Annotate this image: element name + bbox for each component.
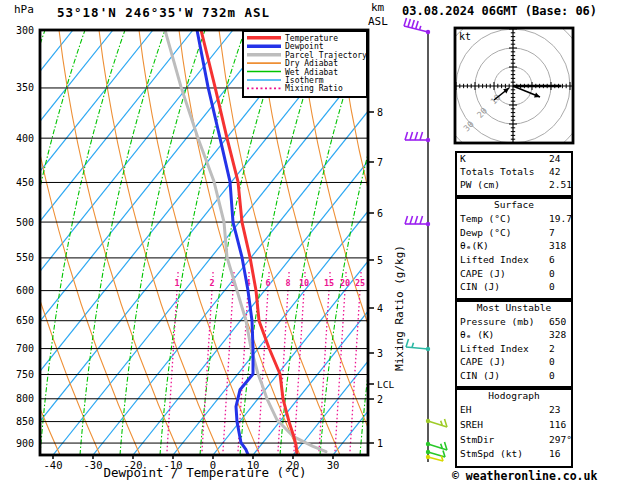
stats-table: HodographEH23SREH116StmDir297°StmSpd (kt… <box>455 388 573 468</box>
table-row-label: Totals Totals <box>460 166 549 179</box>
hodograph-ring-label: 20 <box>475 106 489 120</box>
mixing-ratio-value-label: 20 <box>340 278 350 288</box>
table-row-label: Temp (°C) <box>460 213 549 227</box>
table-row-label: Lifted Index <box>460 254 549 268</box>
wind-barb-column <box>404 18 447 462</box>
wind-barb <box>426 442 447 450</box>
table-row-label: Dewp (°C) <box>460 227 549 241</box>
table-row-value: 0 <box>549 356 568 369</box>
pressure-tick-label: 400 <box>16 133 34 144</box>
pressure-tick-label: 900 <box>16 438 34 449</box>
wind-barb <box>405 216 430 226</box>
table-row-value: 297° <box>549 434 572 449</box>
wind-barb-feather <box>416 21 419 29</box>
table-row-label: K <box>460 153 549 166</box>
wind-barb <box>404 18 430 34</box>
wind-barb-staff <box>428 421 447 427</box>
isotherm-line <box>0 30 113 455</box>
wet-adiabat-line <box>360 30 445 455</box>
table-row-value: 116 <box>549 419 568 434</box>
dry-adiabat-line <box>0 30 60 455</box>
mixing-ratio-value-label: 8 <box>285 278 290 288</box>
table-row-label: Pressure (mb) <box>460 316 549 329</box>
table-row-value: 318 <box>549 240 568 254</box>
table-row-label: CIN (J) <box>460 281 549 295</box>
wind-barb-feather <box>412 343 414 348</box>
mixing-ratio-line <box>294 290 304 452</box>
table-row: PW (cm)2.51 <box>457 179 571 192</box>
km-tick-label: 2 <box>377 394 383 405</box>
table-row-label: PW (cm) <box>460 179 549 192</box>
mixing-ratio-line <box>223 290 233 452</box>
wind-barb <box>406 339 430 351</box>
pressure-tick-label: 300 <box>16 25 34 36</box>
mixing-ratio-value-label: 2 <box>209 278 214 288</box>
wind-barb-base-dot <box>426 442 430 446</box>
table-row-value: 2 <box>549 343 568 356</box>
km-tick-label: 5 <box>377 255 383 266</box>
pressure-tick-label: 450 <box>16 177 34 188</box>
wind-barb <box>426 419 447 427</box>
km-tick-label: 4 <box>377 303 383 314</box>
pressure-tick-label: 850 <box>16 416 34 427</box>
hodograph-ring-label: 30 <box>461 119 475 133</box>
legend-item-label: Mixing Ratio <box>285 84 343 93</box>
x-axis-title: Dewpoint / Temperature (°C) <box>30 465 380 480</box>
mixing-ratio-value-label: 15 <box>324 278 334 288</box>
wind-barb-base-dot <box>426 138 430 142</box>
stats-table: Most UnstablePressure (mb)650θₑ (K)328Li… <box>455 300 573 388</box>
table-row-label: StmSpd (kt) <box>460 448 549 463</box>
table-row-value: 0 <box>549 370 568 383</box>
wind-barb-feather <box>420 132 423 140</box>
wet-adiabat-line <box>0 30 85 455</box>
table-row: K24 <box>457 153 571 166</box>
wind-barb-feather <box>415 132 418 140</box>
table-row-label: θₑ (K) <box>460 329 549 342</box>
table-row: θₑ (K)328 <box>457 329 571 342</box>
wind-barb-base-dot <box>426 450 430 454</box>
wet-adiabat-line <box>80 30 165 455</box>
lcl-label: LCL <box>377 379 394 390</box>
table-row-value: 7 <box>549 227 568 241</box>
table-row: CAPE (J)0 <box>457 268 571 282</box>
table-row-label: CAPE (J) <box>460 268 549 282</box>
copyright-footer: © weatheronline.co.uk <box>452 469 597 483</box>
km-tick-label: 1 <box>377 438 383 449</box>
km-tick-label: 6 <box>377 208 383 219</box>
wind-barb-base-dot <box>426 30 430 34</box>
datetime-label: 03.08.2024 06GMT (Base: 06) <box>402 4 597 18</box>
wind-barb-staff <box>428 457 443 461</box>
pressure-tick-label: 800 <box>16 393 34 404</box>
table-section-header: Surface <box>457 199 571 213</box>
table-row: Dewp (°C)7 <box>457 227 571 241</box>
table-row-value: 42 <box>549 166 568 179</box>
wind-barb-base-dot <box>426 455 430 459</box>
km-tick-label: 3 <box>377 348 383 359</box>
wind-barb-base-dot <box>426 347 430 351</box>
table-row: SREH116 <box>457 419 571 434</box>
mixing-ratio-value-label: 1 <box>174 278 179 288</box>
pressure-tick-label: 350 <box>16 82 34 93</box>
table-row-value: 19.7 <box>549 213 572 227</box>
wind-barb-feather <box>408 19 411 27</box>
table-section-header: Most Unstable <box>457 302 571 316</box>
wind-barb-staff <box>428 444 447 450</box>
stats-table: SurfaceTemp (°C)19.7Dewp (°C)7θₑ(K)318Li… <box>455 197 573 300</box>
dry-adiabat-line <box>99 30 220 455</box>
table-row-value: 16 <box>549 448 568 463</box>
wet-adiabat-line <box>160 30 245 455</box>
table-row: Pressure (mb)650 <box>457 316 571 329</box>
table-row: StmDir297° <box>457 434 571 449</box>
wind-barb-feather <box>420 216 423 224</box>
table-row: CIN (J)0 <box>457 370 571 383</box>
hodograph-unit-label: kt <box>459 31 471 42</box>
wind-barb-feather <box>406 339 409 347</box>
mixing-ratio-value-label: 10 <box>299 278 309 288</box>
wind-barb-feather <box>404 18 407 26</box>
pressure-tick-label: 550 <box>16 252 34 263</box>
table-row-label: StmDir <box>460 434 549 449</box>
wet-adiabat-line <box>0 30 5 455</box>
pressure-tick-label: 500 <box>16 217 34 228</box>
wind-barb-feather <box>405 132 408 140</box>
wet-adiabat-line <box>0 30 45 455</box>
